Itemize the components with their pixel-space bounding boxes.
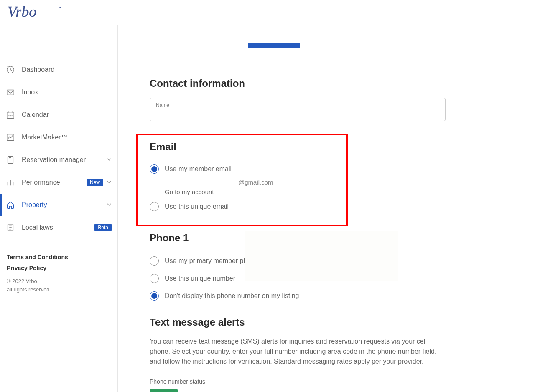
sidebar-item-inbox[interactable]: Inbox	[0, 81, 117, 104]
name-input[interactable]	[156, 108, 439, 116]
sidebar-footer: Terms and Conditions Privacy Policy © 20…	[0, 247, 117, 300]
copyright: © 2022 Vrbo, all rights reserved.	[7, 277, 111, 293]
radio-use-member-email[interactable]: Use my member email	[150, 161, 334, 177]
new-badge: New	[87, 179, 103, 186]
svg-text:Vrbo: Vrbo	[8, 3, 36, 20]
radio-button[interactable]	[150, 202, 159, 211]
sidebar-item-reservation-manager[interactable]: Reservation manager	[0, 149, 117, 171]
sidebar-item-calendar[interactable]: Calendar	[0, 104, 117, 126]
email-display: @gmail.com	[238, 179, 334, 186]
sidebar-label: Performance	[22, 179, 83, 186]
name-label: Name	[156, 102, 439, 108]
radio-button[interactable]	[150, 164, 159, 174]
mail-icon	[6, 88, 15, 97]
svg-rect-4	[7, 112, 14, 119]
radio-button[interactable]	[150, 274, 159, 283]
go-to-account-link[interactable]: Go to my account	[165, 188, 334, 195]
sidebar-item-performance[interactable]: Performance New	[0, 171, 117, 194]
radio-label: Don't display this phone number on my li…	[165, 291, 299, 301]
name-input-wrap[interactable]: Name	[150, 98, 446, 121]
email-highlight-box: Email Use my member email @gmail.com Go …	[136, 134, 348, 226]
svg-rect-3	[7, 90, 14, 95]
verified-badge: Verified	[150, 389, 178, 392]
beta-badge: Beta	[94, 224, 112, 231]
radio-label: Use my primary member phone	[165, 256, 258, 266]
sidebar-item-property[interactable]: Property	[0, 194, 117, 216]
sidebar-item-dashboard[interactable]: Dashboard	[0, 58, 117, 81]
radio-dont-display-phone[interactable]: Don't display this phone number on my li…	[150, 287, 521, 305]
book-icon	[6, 155, 15, 164]
sidebar-label: Dashboard	[22, 66, 112, 73]
radio-label: Use this unique number	[165, 274, 235, 283]
document-icon	[6, 223, 15, 232]
chart-line-icon	[6, 133, 15, 142]
sms-description: You can receive text message (SMS) alert…	[150, 336, 446, 367]
chevron-down-icon	[107, 179, 112, 186]
radio-label: Use my member email	[165, 164, 232, 174]
header: Vrbo ™	[0, 0, 553, 25]
privacy-link[interactable]: Privacy Policy	[7, 265, 111, 271]
radio-use-unique-email[interactable]: Use this unique email	[150, 199, 334, 215]
house-icon	[6, 200, 15, 210]
blue-accent-bar	[248, 43, 300, 48]
contact-info-heading: Contact information	[150, 78, 521, 89]
brand-logo[interactable]: Vrbo ™	[8, 3, 545, 22]
sidebar-label: MarketMaker™	[22, 134, 112, 141]
radio-label: Use this unique email	[165, 202, 229, 211]
radio-button[interactable]	[150, 256, 159, 266]
chevron-down-icon	[107, 156, 112, 164]
chevron-down-icon	[107, 201, 112, 209]
sidebar-label: Property	[22, 201, 103, 209]
sidebar-label: Reservation manager	[22, 156, 103, 164]
phone-status-label: Phone number status	[150, 378, 521, 385]
sidebar-item-marketmaker[interactable]: MarketMaker™	[0, 126, 117, 149]
svg-point-5	[9, 116, 9, 116]
main-content: Contact information Name Email Use my me…	[118, 25, 553, 392]
email-heading: Email	[150, 141, 334, 153]
svg-point-7	[12, 116, 12, 116]
clock-icon	[6, 65, 15, 74]
svg-point-6	[10, 116, 10, 116]
sidebar-label: Calendar	[22, 111, 112, 119]
terms-link[interactable]: Terms and Conditions	[7, 254, 111, 260]
redacted-overlay	[245, 231, 398, 281]
bar-chart-icon	[6, 178, 15, 187]
sidebar-label: Local laws	[22, 224, 94, 231]
sidebar: Dashboard Inbox Calendar MarketMaker™ Re…	[0, 25, 118, 392]
sidebar-item-local-laws[interactable]: Local laws Beta	[0, 216, 117, 239]
sidebar-label: Inbox	[22, 89, 112, 96]
radio-button[interactable]	[150, 291, 159, 301]
calendar-icon	[6, 110, 15, 119]
sms-heading: Text message alerts	[150, 316, 521, 328]
svg-text:™: ™	[59, 6, 61, 10]
